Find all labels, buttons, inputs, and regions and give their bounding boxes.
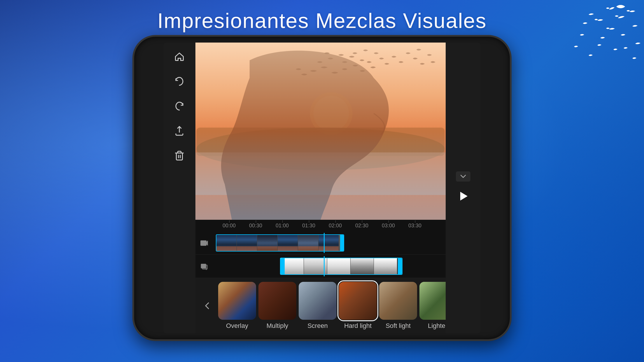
overlay-clip-1[interactable] <box>280 258 402 275</box>
blend-thumb-soft-light <box>379 282 417 320</box>
overlay-track-content[interactable] <box>213 256 446 276</box>
video-track-content[interactable] <box>213 233 446 253</box>
phone-volume-button <box>132 124 133 142</box>
svg-text:1: 1 <box>206 267 207 270</box>
blend-label-lighten: Lighten <box>428 322 446 330</box>
ruler-marks: 00:00 00:30 01:00 01:30 02:00 02:30 03:0… <box>216 223 428 229</box>
ruler-mark-1: 00:30 <box>242 223 269 229</box>
blend-mode-soft-light[interactable]: Soft light <box>379 282 417 330</box>
clip-handle-right[interactable] <box>340 235 344 251</box>
timeline-wrapper: 00:00 00:30 01:00 01:30 02:00 02:30 03:0… <box>195 220 446 333</box>
undo-button[interactable] <box>172 73 188 89</box>
blend-label-screen: Screen <box>307 322 328 330</box>
svg-rect-9 <box>195 43 446 220</box>
blend-thumb-lighten <box>419 282 446 320</box>
video-clip-1[interactable] <box>216 234 344 252</box>
ruler-mark-6: 03:00 <box>375 223 402 229</box>
svg-rect-10 <box>200 240 206 246</box>
phone-power-button <box>511 147 512 177</box>
page-title: Impresionantes Mezclas Visuales <box>0 9 644 33</box>
double-exposure-svg <box>195 43 446 220</box>
svg-marker-11 <box>206 240 208 246</box>
blend-mode-hard-light[interactable]: Hard light <box>339 282 377 330</box>
ruler-mark-2: 01:00 <box>269 223 295 229</box>
ruler-mark-5: 02:30 <box>349 223 375 229</box>
blend-label-overlay: Overlay <box>226 322 248 330</box>
video-track <box>195 231 446 255</box>
ruler-mark-7: 03:30 <box>402 223 428 229</box>
blend-thumb-screen <box>299 282 337 320</box>
blend-mode-screen[interactable]: Screen <box>299 282 337 330</box>
overlay-clip-handle-right[interactable] <box>398 258 402 274</box>
overlay-track: 1 <box>195 255 446 278</box>
blend-thumb-multiply <box>258 282 296 320</box>
chevron-down-button[interactable] <box>456 171 470 182</box>
video-preview <box>195 43 446 220</box>
delete-button[interactable] <box>172 147 188 164</box>
play-button[interactable] <box>454 187 472 205</box>
sidebar <box>163 43 195 333</box>
ruler-mark-4: 02:00 <box>322 223 349 229</box>
svg-marker-15 <box>460 192 468 201</box>
blend-modes-panel: Overlay Multiply Screen Hard light <box>195 278 446 333</box>
phone-screen: 00:00 00:30 01:00 01:30 02:00 02:30 03:0… <box>163 43 481 333</box>
redo-button[interactable] <box>172 98 188 114</box>
blend-mode-multiply[interactable]: Multiply <box>258 282 296 330</box>
video-track-icon <box>195 239 213 247</box>
overlay-clip-handle-left[interactable] <box>281 258 285 274</box>
home-button[interactable] <box>172 48 188 64</box>
blend-mode-overlay[interactable]: Overlay <box>218 282 256 330</box>
main-content: 00:00 00:30 01:00 01:30 02:00 02:30 03:0… <box>195 43 446 333</box>
blend-label-soft-light: Soft light <box>386 322 411 330</box>
timeline-ruler: 00:00 00:30 01:00 01:30 02:00 02:30 03:0… <box>195 220 446 231</box>
blend-label-multiply: Multiply <box>267 322 288 330</box>
export-button[interactable] <box>172 123 188 139</box>
blend-thumb-overlay <box>218 282 256 320</box>
blend-thumb-hard-light <box>339 282 377 320</box>
blend-label-hard-light: Hard light <box>344 322 372 330</box>
right-panel <box>446 43 481 333</box>
overlay-track-icon: 1 <box>195 262 213 270</box>
blend-mode-lighten[interactable]: Lighten <box>419 282 446 330</box>
clip-thumbnail-strip <box>216 235 344 251</box>
ruler-mark-0: 00:00 <box>216 223 242 229</box>
ruler-mark-3: 01:30 <box>295 223 322 229</box>
phone-frame: 00:00 00:30 01:00 01:30 02:00 02:30 03:0… <box>132 35 512 341</box>
video-canvas <box>195 43 446 220</box>
blend-modes-back-button[interactable] <box>198 297 216 314</box>
